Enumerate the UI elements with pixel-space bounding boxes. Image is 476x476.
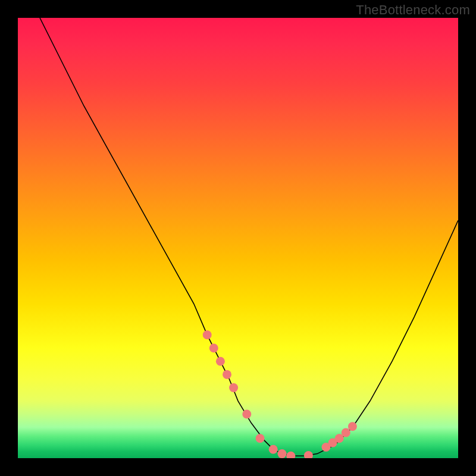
dot: [216, 357, 225, 366]
dot: [242, 410, 251, 419]
curve-line: [40, 18, 458, 456]
dot: [256, 434, 265, 443]
dot: [229, 383, 238, 392]
highlight-dots: [203, 330, 357, 458]
dot: [342, 428, 350, 437]
dot: [278, 449, 287, 458]
dot: [348, 422, 357, 431]
watermark-text: TheBottleneck.com: [356, 2, 470, 18]
dot: [304, 451, 313, 458]
dot: [223, 370, 231, 379]
chart-overlay: [18, 18, 458, 458]
dot: [203, 330, 212, 339]
dot: [286, 452, 295, 458]
dot: [269, 445, 278, 454]
dot: [209, 344, 218, 353]
chart-container: [18, 18, 458, 458]
